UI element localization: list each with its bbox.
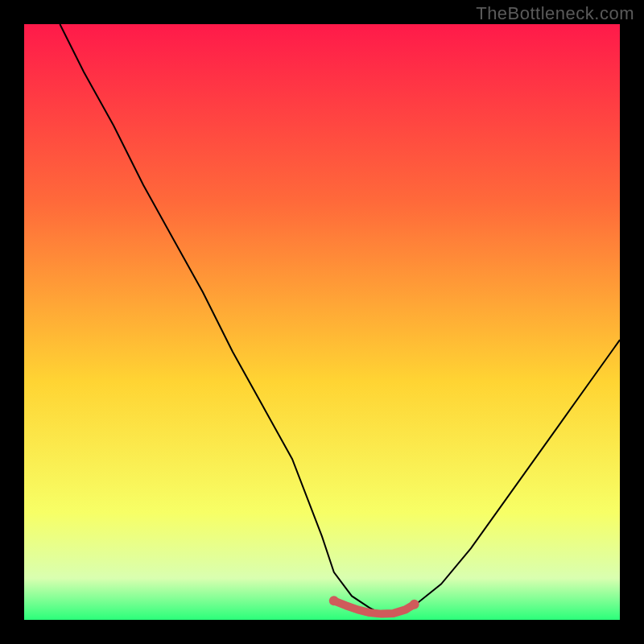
watermark-text: TheBottleneck.com [476, 3, 634, 24]
gradient-background [24, 24, 620, 620]
optimal-band-start-dot [329, 596, 339, 605]
chart-svg [24, 24, 620, 620]
plot-area [24, 24, 620, 620]
optimal-band-end-dot [410, 600, 419, 609]
chart-frame: TheBottleneck.com [0, 0, 644, 644]
